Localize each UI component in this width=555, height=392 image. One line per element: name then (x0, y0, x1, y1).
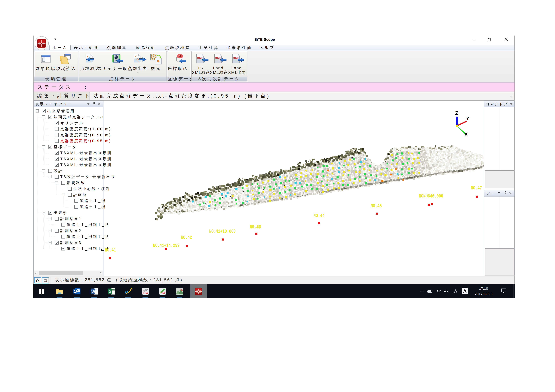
svg-text:X: X (464, 132, 468, 137)
svg-text:NO.44: NO.44 (314, 213, 325, 219)
svg-text:NO.47: NO.47 (471, 185, 482, 191)
svg-text:e: e (125, 288, 128, 295)
svg-text:NO.41+14.299: NO.41+14.299 (153, 243, 180, 248)
svg-text:NO.42: NO.42 (181, 235, 192, 240)
svg-text:W: W (91, 290, 95, 294)
svg-text:Z: Z (455, 110, 458, 116)
svg-text:NO.45: NO.45 (371, 203, 382, 209)
svg-text:NON@646.000: NON@646.000 (419, 193, 443, 199)
svg-text:NO.42+10.000: NO.42+10.000 (209, 228, 236, 234)
svg-text:NO.43: NO.43 (250, 224, 261, 230)
svg-text:Y: Y (466, 116, 469, 121)
svg-text:X: X (109, 290, 111, 294)
svg-text:DW: DW (161, 291, 166, 295)
svg-text:DW: DW (143, 291, 149, 295)
